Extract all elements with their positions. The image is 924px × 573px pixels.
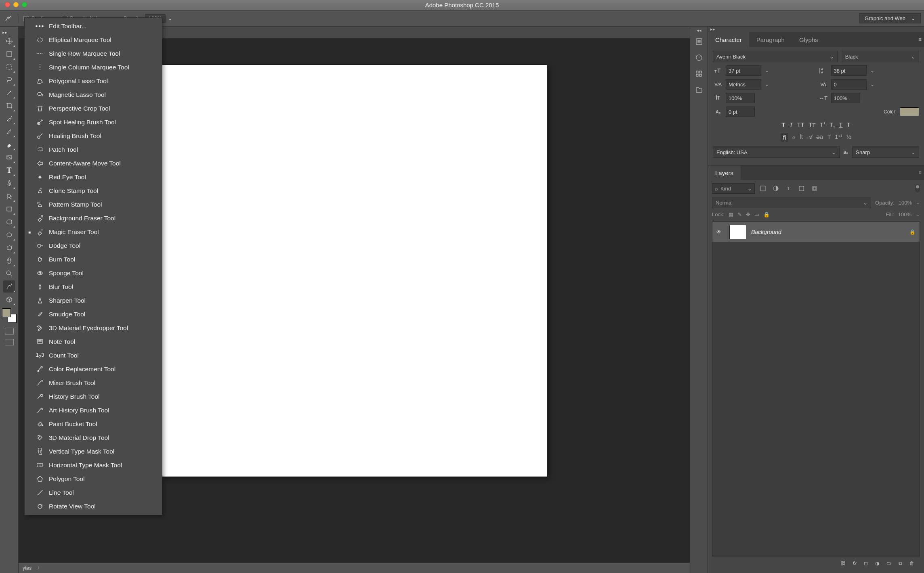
flyout-item[interactable]: Content-Aware Move Tool <box>25 157 162 170</box>
marquee-tool[interactable] <box>3 61 15 73</box>
adjustment-layer-icon[interactable]: ◑ <box>875 560 879 566</box>
quick-mask-toggle[interactable] <box>5 328 14 335</box>
artboard-tool[interactable] <box>3 48 15 60</box>
flyout-item[interactable]: 3D Material Eyedropper Tool <box>25 321 162 335</box>
workspace-switcher[interactable]: Graphic and Web <box>859 13 921 23</box>
layer-opacity-value[interactable]: 100% <box>899 200 912 206</box>
flyout-item[interactable]: Perspective Crop Tool <box>25 102 162 115</box>
link-layers-icon[interactable]: ⛓ <box>841 560 846 566</box>
lock-image-icon[interactable]: ✎ <box>737 211 742 217</box>
screen-mode-button[interactable] <box>5 339 14 345</box>
flyout-item[interactable]: Magnetic Lasso Tool <box>25 88 162 102</box>
font-style-select[interactable]: Black <box>842 51 919 62</box>
tab-glyphs[interactable]: Glyphs <box>792 32 825 47</box>
chevron-down-icon[interactable] <box>916 200 920 205</box>
flyout-item[interactable]: Single Row Marquee Tool <box>25 47 162 61</box>
subscript-button[interactable]: T1 <box>830 121 835 129</box>
horizontal-scale-input[interactable]: 100% <box>831 93 860 103</box>
flyout-item[interactable]: Background Eraser Tool <box>25 211 162 225</box>
baseline-shift-input[interactable]: 0 pt <box>726 107 755 117</box>
color-swatches[interactable] <box>2 308 17 323</box>
chevron-down-icon[interactable] <box>916 211 920 217</box>
expand-palette-icon[interactable]: ▸▸ <box>2 30 7 35</box>
type-tool[interactable]: T <box>3 164 15 176</box>
flyout-item[interactable]: •••Edit Toolbar... <box>25 19 162 33</box>
flyout-item[interactable]: Spot Healing Brush Tool <box>25 115 162 129</box>
blend-mode-select[interactable]: Normal <box>712 197 871 208</box>
chevron-down-icon[interactable] <box>764 68 770 73</box>
filter-smartobject-icon[interactable] <box>810 184 819 193</box>
lock-all-icon[interactable]: 🔒 <box>763 211 770 217</box>
stylistic-alt-button[interactable]: a̶a <box>816 133 823 142</box>
lock-position-icon[interactable]: ✥ <box>746 211 750 217</box>
flyout-item[interactable]: Art History Brush Tool <box>25 404 162 417</box>
flyout-item[interactable]: Clone Stamp Tool <box>25 184 162 198</box>
flyout-item[interactable]: Note Tool <box>25 335 162 349</box>
delete-layer-icon[interactable]: 🗑 <box>909 560 914 566</box>
flyout-item[interactable]: Polygonal Lasso Tool <box>25 74 162 88</box>
status-menu-arrow[interactable]: 〉 <box>37 565 42 571</box>
maximize-window-button[interactable] <box>22 2 27 7</box>
allcaps-button[interactable]: TT <box>797 121 804 129</box>
lasso-tool[interactable] <box>3 74 15 86</box>
flyout-item[interactable]: Blur Tool <box>25 280 162 294</box>
titling-alt-button[interactable]: T <box>827 133 831 142</box>
color-panel-icon[interactable] <box>693 52 705 63</box>
flyout-item[interactable]: THorizontal Type Mask Tool <box>25 458 162 472</box>
close-window-button[interactable] <box>5 2 10 7</box>
foreground-color-swatch[interactable] <box>2 308 11 317</box>
flyout-item[interactable]: Sharpen Tool <box>25 294 162 307</box>
gradient-tool[interactable] <box>3 151 15 163</box>
flyout-item[interactable]: Mixer Brush Tool <box>25 376 162 390</box>
vertical-scale-input[interactable]: 100% <box>726 93 755 103</box>
chevron-down-icon[interactable] <box>168 15 172 21</box>
flyout-item[interactable]: Paint Bucket Tool <box>25 417 162 431</box>
filter-toggle[interactable] <box>915 184 920 192</box>
move-tool[interactable] <box>3 35 15 47</box>
font-size-input[interactable]: 37 pt <box>726 65 761 76</box>
layer-name[interactable]: Background <box>751 229 781 235</box>
filter-shape-icon[interactable] <box>797 184 806 193</box>
visibility-icon[interactable]: 👁 <box>716 229 724 235</box>
flyout-item[interactable]: Rotate View Tool <box>25 500 162 513</box>
flyout-item[interactable]: 3D Material Drop Tool <box>25 431 162 445</box>
document-page[interactable] <box>159 65 547 477</box>
fill-value[interactable]: 100% <box>898 211 911 217</box>
flyout-item[interactable]: ■Magic Eraser Tool <box>25 225 162 239</box>
flyout-item[interactable]: History Brush Tool <box>25 390 162 404</box>
chevron-down-icon[interactable] <box>869 68 876 73</box>
underline-button[interactable]: T <box>839 121 842 129</box>
flyout-item[interactable]: Sponge Tool <box>25 266 162 280</box>
layer-group-icon[interactable]: 🗀 <box>886 560 891 566</box>
layer-mask-icon[interactable]: ◻ <box>864 560 868 566</box>
tab-layers[interactable]: Layers <box>708 165 741 180</box>
flyout-item[interactable]: Burn Tool <box>25 253 162 266</box>
contextual-alt-button[interactable]: 𝑜 <box>792 133 796 142</box>
flyout-item[interactable]: Red Eye Tool <box>25 170 162 184</box>
filter-type-icon[interactable]: T <box>784 184 794 193</box>
expand-panels-icon[interactable]: ◂◂ <box>697 28 701 33</box>
tracking-input[interactable]: 0 <box>831 79 867 90</box>
flyout-item[interactable]: Color Replacement Tool <box>25 362 162 376</box>
kerning-input[interactable]: Metrics <box>726 79 761 90</box>
flyout-item[interactable]: Dodge Tool <box>25 239 162 253</box>
layer-row[interactable]: 👁 Background 🔒 <box>712 222 920 242</box>
eyedropper-tool[interactable] <box>3 113 15 125</box>
new-layer-icon[interactable]: ⧉ <box>899 560 902 566</box>
magic-wand-tool[interactable] <box>3 87 15 99</box>
path-selection-tool[interactable] <box>3 190 15 202</box>
lock-icon[interactable]: 🔒 <box>909 229 916 235</box>
ellipse-tool[interactable] <box>3 229 15 241</box>
current-tool-icon[interactable] <box>3 13 15 24</box>
minimize-window-button[interactable] <box>13 2 19 7</box>
collapse-panels-icon[interactable]: ▸▸ <box>708 27 924 32</box>
flyout-item[interactable]: Healing Brush Tool <box>25 129 162 143</box>
italic-button[interactable]: T <box>789 121 793 129</box>
eraser-tool[interactable] <box>3 138 15 151</box>
rounded-rectangle-tool[interactable] <box>3 216 15 228</box>
custom-shape-tool[interactable] <box>3 242 15 254</box>
flyout-item[interactable]: Line Tool <box>25 486 162 500</box>
panel-menu-icon[interactable]: ≡ <box>916 32 924 47</box>
tab-character[interactable]: Character <box>708 32 749 47</box>
antialias-select[interactable]: Sharp <box>852 146 919 158</box>
